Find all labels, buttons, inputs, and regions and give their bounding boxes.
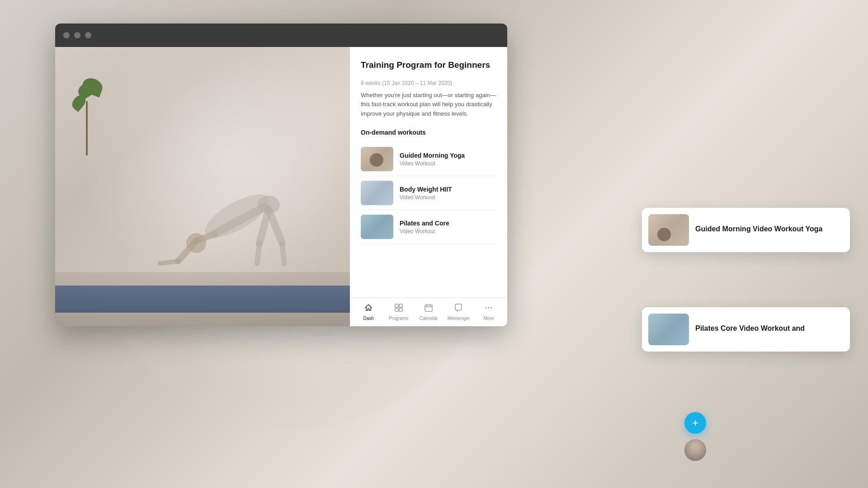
app-content: Training Program for Beginners 8 weeks (… xyxy=(55,47,507,326)
floating-card-bottom[interactable]: Pilates Core Video Workout and xyxy=(642,307,850,352)
workout-list: Guided Morning Yoga Video Workout Body W… xyxy=(361,142,496,244)
svg-point-21 xyxy=(491,307,492,309)
nav-more[interactable]: More xyxy=(474,301,504,323)
svg-line-10 xyxy=(257,243,259,263)
floating-card-info-top: Guided Morning Video Workout Yoga xyxy=(695,225,844,235)
left-panel xyxy=(55,47,350,326)
bottom-navigation: Dash Programs xyxy=(350,297,507,326)
svg-point-19 xyxy=(485,307,486,309)
plant-stem xyxy=(86,101,88,155)
dash-icon xyxy=(364,303,373,314)
calendar-icon xyxy=(424,303,433,314)
workout-thumb-yoga xyxy=(361,147,393,171)
svg-line-8 xyxy=(282,243,284,263)
workout-info-yoga: Guided Morning Yoga Video Workout xyxy=(400,152,496,167)
floating-thumb-pilates xyxy=(648,314,689,345)
program-description: Whether you're just starting out—or star… xyxy=(361,91,496,119)
floating-card-title-top: Guided Morning Video Workout Yoga xyxy=(695,225,844,233)
workout-type-hiit: Video Workout xyxy=(400,194,496,201)
maximize-button[interactable] xyxy=(85,32,91,38)
card-content: Training Program for Beginners 8 weeks (… xyxy=(350,47,507,297)
program-title: Training Program for Beginners xyxy=(361,60,496,71)
workout-type-pilates: Video Workout xyxy=(400,228,496,235)
hiit-thumbnail xyxy=(361,181,393,205)
svg-line-3 xyxy=(160,261,178,263)
programs-icon xyxy=(394,303,403,314)
workout-name-hiit: Body Weight HIIT xyxy=(400,186,496,193)
nav-messenger[interactable]: Messenger xyxy=(443,301,473,323)
nav-dash[interactable]: Dash xyxy=(354,301,383,323)
more-icon xyxy=(484,303,493,314)
workout-item-hiit[interactable]: Body Weight HIIT Video Workout xyxy=(361,176,496,210)
add-icon: + xyxy=(692,418,698,428)
floating-thumb-yoga xyxy=(648,214,689,246)
nav-programs[interactable]: Programs xyxy=(383,301,413,323)
workout-name-pilates: Pilates and Core xyxy=(400,220,496,227)
workout-item-yoga[interactable]: Guided Morning Yoga Video Workout xyxy=(361,142,496,176)
workout-info-pilates: Pilates and Core Video Workout xyxy=(400,220,496,235)
program-dates: 8 weeks (15 Jan 2020 – 11 Mar 2020) xyxy=(361,80,496,86)
floating-card-info-bottom: Pilates Core Video Workout and xyxy=(695,324,844,334)
plant-decoration xyxy=(73,74,100,155)
app-window: Training Program for Beginners 8 weeks (… xyxy=(55,23,507,326)
programs-label: Programs xyxy=(389,316,408,321)
yoga-thumbnail xyxy=(361,147,393,171)
yoga-pose-figure xyxy=(151,144,323,290)
section-title: On-demand workouts xyxy=(361,129,496,136)
yoga-mat xyxy=(55,286,350,313)
add-fab-button[interactable]: + xyxy=(684,412,706,434)
svg-point-20 xyxy=(488,307,489,309)
svg-rect-15 xyxy=(425,305,432,311)
svg-rect-13 xyxy=(395,308,398,311)
svg-rect-14 xyxy=(399,308,402,311)
floating-card-title-bottom: Pilates Core Video Workout and xyxy=(695,324,844,333)
workout-type-yoga: Video Workout xyxy=(400,160,496,167)
workout-thumb-hiit xyxy=(361,181,393,205)
floor-mat xyxy=(55,272,350,326)
avatar-image xyxy=(684,439,706,461)
window-controls xyxy=(63,32,91,38)
workout-info-hiit: Body Weight HIIT Video Workout xyxy=(400,186,496,201)
dash-label: Dash xyxy=(363,316,374,321)
workout-thumb-pilates xyxy=(361,215,393,239)
nav-calendar[interactable]: Calendar xyxy=(414,301,443,323)
floating-card-top[interactable]: Guided Morning Video Workout Yoga xyxy=(642,208,850,252)
messenger-label: Messenger xyxy=(448,316,470,321)
messenger-icon xyxy=(454,303,463,314)
minimize-button[interactable] xyxy=(74,32,80,38)
close-button[interactable] xyxy=(63,32,70,38)
more-label: More xyxy=(483,316,494,321)
pilates-thumbnail xyxy=(361,215,393,239)
workout-name-yoga: Guided Morning Yoga xyxy=(400,152,496,159)
workout-item-pilates[interactable]: Pilates and Core Video Workout xyxy=(361,210,496,244)
right-panel: Training Program for Beginners 8 weeks (… xyxy=(350,47,507,326)
calendar-label: Calendar xyxy=(420,316,438,321)
avatar-button[interactable] xyxy=(684,439,706,461)
svg-rect-11 xyxy=(395,304,398,307)
title-bar xyxy=(55,23,507,47)
svg-rect-12 xyxy=(399,304,402,307)
